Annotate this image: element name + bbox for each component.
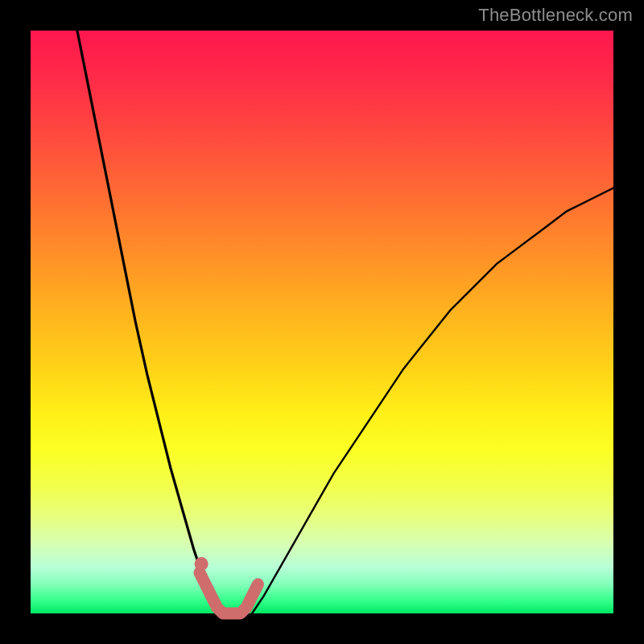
plot-area <box>31 31 613 613</box>
curve-left <box>77 31 217 613</box>
highlight-dot <box>195 557 208 571</box>
chart-svg <box>31 31 613 613</box>
watermark-text: TheBottleneck.com <box>478 5 633 26</box>
curve-right <box>252 188 613 614</box>
outer-frame: TheBottleneck.com <box>0 0 644 644</box>
valley-highlight <box>200 572 258 613</box>
